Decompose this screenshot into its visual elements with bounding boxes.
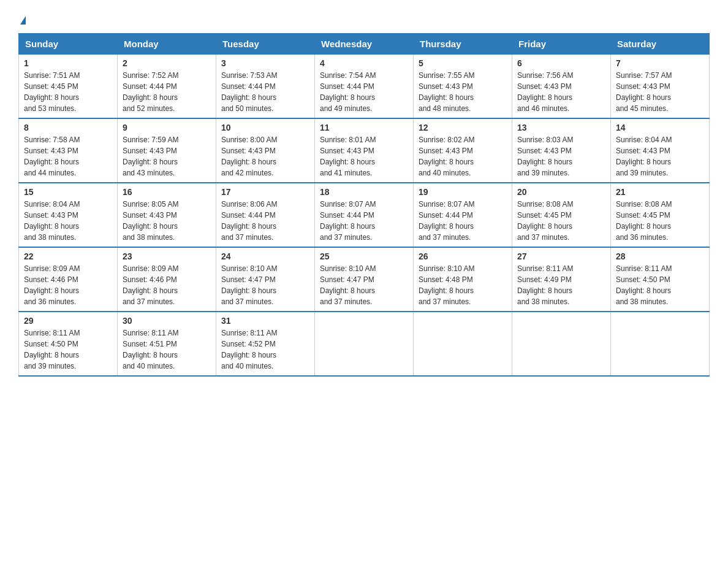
col-header-tuesday: Tuesday	[216, 34, 315, 55]
day-number: 9	[123, 123, 211, 132]
day-number: 14	[616, 123, 704, 132]
calendar-cell: 15 Sunrise: 8:04 AM Sunset: 4:43 PM Dayl…	[19, 183, 118, 247]
day-number: 25	[320, 251, 408, 261]
day-number: 27	[517, 251, 605, 261]
calendar-cell: 12 Sunrise: 8:02 AM Sunset: 4:43 PM Dayl…	[414, 118, 512, 183]
col-header-wednesday: Wednesday	[315, 34, 414, 55]
calendar-week-row: 22 Sunrise: 8:09 AM Sunset: 4:46 PM Dayl…	[19, 247, 710, 312]
day-number: 13	[517, 123, 605, 132]
day-number: 10	[221, 123, 309, 132]
day-number: 8	[24, 123, 112, 132]
col-header-friday: Friday	[512, 34, 611, 55]
calendar-cell	[611, 312, 710, 376]
calendar-cell: 1 Sunrise: 7:51 AM Sunset: 4:45 PM Dayli…	[19, 55, 118, 119]
calendar-table: SundayMondayTuesdayWednesdayThursdayFrid…	[18, 33, 710, 377]
logo	[18, 12, 26, 27]
day-info: Sunrise: 8:11 AM Sunset: 4:51 PM Dayligh…	[123, 327, 211, 372]
day-info: Sunrise: 7:51 AM Sunset: 4:45 PM Dayligh…	[24, 70, 112, 114]
logo-general-line	[18, 12, 26, 27]
day-info: Sunrise: 7:55 AM Sunset: 4:43 PM Dayligh…	[419, 70, 507, 114]
calendar-cell: 21 Sunrise: 8:08 AM Sunset: 4:45 PM Dayl…	[611, 183, 710, 247]
day-number: 4	[320, 58, 408, 68]
calendar-cell: 9 Sunrise: 7:59 AM Sunset: 4:43 PM Dayli…	[118, 118, 216, 183]
day-number: 1	[24, 58, 112, 68]
day-number: 20	[517, 187, 605, 197]
calendar-cell: 26 Sunrise: 8:10 AM Sunset: 4:48 PM Dayl…	[414, 247, 512, 312]
day-info: Sunrise: 8:06 AM Sunset: 4:44 PM Dayligh…	[221, 199, 309, 243]
day-number: 29	[24, 316, 112, 326]
day-number: 2	[123, 58, 211, 68]
day-info: Sunrise: 8:01 AM Sunset: 4:43 PM Dayligh…	[320, 134, 408, 178]
col-header-saturday: Saturday	[611, 34, 710, 55]
day-number: 28	[616, 251, 704, 261]
calendar-cell	[315, 312, 414, 376]
day-number: 30	[123, 316, 211, 326]
day-info: Sunrise: 8:11 AM Sunset: 4:49 PM Dayligh…	[517, 263, 605, 307]
day-info: Sunrise: 8:05 AM Sunset: 4:43 PM Dayligh…	[123, 199, 211, 243]
day-info: Sunrise: 7:54 AM Sunset: 4:44 PM Dayligh…	[320, 70, 408, 114]
calendar-header-row: SundayMondayTuesdayWednesdayThursdayFrid…	[19, 34, 710, 55]
col-header-monday: Monday	[118, 34, 216, 55]
day-number: 15	[24, 187, 112, 197]
calendar-cell: 22 Sunrise: 8:09 AM Sunset: 4:46 PM Dayl…	[19, 247, 118, 312]
day-number: 22	[24, 251, 112, 261]
day-info: Sunrise: 8:10 AM Sunset: 4:47 PM Dayligh…	[221, 263, 309, 307]
day-info: Sunrise: 8:08 AM Sunset: 4:45 PM Dayligh…	[616, 199, 704, 243]
logo-triangle-icon	[20, 16, 26, 25]
day-info: Sunrise: 8:11 AM Sunset: 4:50 PM Dayligh…	[616, 263, 704, 307]
day-info: Sunrise: 8:11 AM Sunset: 4:52 PM Dayligh…	[221, 327, 309, 372]
day-info: Sunrise: 8:11 AM Sunset: 4:50 PM Dayligh…	[24, 327, 112, 372]
day-number: 21	[616, 187, 704, 197]
day-info: Sunrise: 7:56 AM Sunset: 4:43 PM Dayligh…	[517, 70, 605, 114]
day-number: 5	[419, 58, 507, 68]
calendar-cell: 7 Sunrise: 7:57 AM Sunset: 4:43 PM Dayli…	[611, 55, 710, 119]
day-number: 19	[419, 187, 507, 197]
calendar-cell: 25 Sunrise: 8:10 AM Sunset: 4:47 PM Dayl…	[315, 247, 414, 312]
calendar-cell: 13 Sunrise: 8:03 AM Sunset: 4:43 PM Dayl…	[512, 118, 611, 183]
day-info: Sunrise: 8:09 AM Sunset: 4:46 PM Dayligh…	[123, 263, 211, 307]
day-info: Sunrise: 8:09 AM Sunset: 4:46 PM Dayligh…	[24, 263, 112, 307]
day-info: Sunrise: 8:03 AM Sunset: 4:43 PM Dayligh…	[517, 134, 605, 178]
day-info: Sunrise: 8:10 AM Sunset: 4:48 PM Dayligh…	[419, 263, 507, 307]
day-number: 31	[221, 316, 309, 326]
calendar-week-row: 8 Sunrise: 7:58 AM Sunset: 4:43 PM Dayli…	[19, 118, 710, 183]
calendar-week-row: 1 Sunrise: 7:51 AM Sunset: 4:45 PM Dayli…	[19, 55, 710, 119]
day-number: 7	[616, 58, 704, 68]
day-info: Sunrise: 8:02 AM Sunset: 4:43 PM Dayligh…	[419, 134, 507, 178]
calendar-cell: 20 Sunrise: 8:08 AM Sunset: 4:45 PM Dayl…	[512, 183, 611, 247]
calendar-cell: 31 Sunrise: 8:11 AM Sunset: 4:52 PM Dayl…	[216, 312, 315, 376]
page-header	[18, 12, 710, 27]
day-info: Sunrise: 7:57 AM Sunset: 4:43 PM Dayligh…	[616, 70, 704, 114]
day-number: 11	[320, 123, 408, 132]
day-number: 16	[123, 187, 211, 197]
calendar-cell: 28 Sunrise: 8:11 AM Sunset: 4:50 PM Dayl…	[611, 247, 710, 312]
calendar-cell: 19 Sunrise: 8:07 AM Sunset: 4:44 PM Dayl…	[414, 183, 512, 247]
calendar-cell: 17 Sunrise: 8:06 AM Sunset: 4:44 PM Dayl…	[216, 183, 315, 247]
day-number: 26	[419, 251, 507, 261]
calendar-cell: 14 Sunrise: 8:04 AM Sunset: 4:43 PM Dayl…	[611, 118, 710, 183]
calendar-cell: 27 Sunrise: 8:11 AM Sunset: 4:49 PM Dayl…	[512, 247, 611, 312]
day-info: Sunrise: 8:00 AM Sunset: 4:43 PM Dayligh…	[221, 134, 309, 178]
calendar-cell	[414, 312, 512, 376]
calendar-cell: 18 Sunrise: 8:07 AM Sunset: 4:44 PM Dayl…	[315, 183, 414, 247]
col-header-sunday: Sunday	[19, 34, 118, 55]
day-number: 24	[221, 251, 309, 261]
day-info: Sunrise: 7:59 AM Sunset: 4:43 PM Dayligh…	[123, 134, 211, 178]
day-number: 17	[221, 187, 309, 197]
day-info: Sunrise: 7:52 AM Sunset: 4:44 PM Dayligh…	[123, 70, 211, 114]
calendar-cell: 8 Sunrise: 7:58 AM Sunset: 4:43 PM Dayli…	[19, 118, 118, 183]
day-info: Sunrise: 7:58 AM Sunset: 4:43 PM Dayligh…	[24, 134, 112, 178]
day-info: Sunrise: 8:07 AM Sunset: 4:44 PM Dayligh…	[320, 199, 408, 243]
calendar-cell: 11 Sunrise: 8:01 AM Sunset: 4:43 PM Dayl…	[315, 118, 414, 183]
calendar-cell: 16 Sunrise: 8:05 AM Sunset: 4:43 PM Dayl…	[118, 183, 216, 247]
calendar-cell	[512, 312, 611, 376]
calendar-cell: 23 Sunrise: 8:09 AM Sunset: 4:46 PM Dayl…	[118, 247, 216, 312]
day-info: Sunrise: 8:08 AM Sunset: 4:45 PM Dayligh…	[517, 199, 605, 243]
calendar-cell: 30 Sunrise: 8:11 AM Sunset: 4:51 PM Dayl…	[118, 312, 216, 376]
calendar-cell: 10 Sunrise: 8:00 AM Sunset: 4:43 PM Dayl…	[216, 118, 315, 183]
day-number: 18	[320, 187, 408, 197]
day-number: 23	[123, 251, 211, 261]
col-header-thursday: Thursday	[414, 34, 512, 55]
day-number: 3	[221, 58, 309, 68]
calendar-cell: 3 Sunrise: 7:53 AM Sunset: 4:44 PM Dayli…	[216, 55, 315, 119]
